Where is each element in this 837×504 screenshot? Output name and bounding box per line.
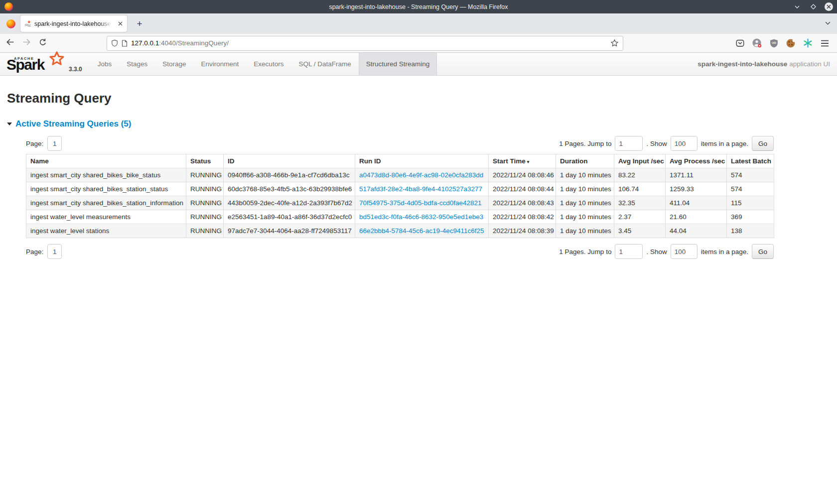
new-tab-button[interactable]: + xyxy=(133,18,146,29)
table-row: ingest water_level stations RUNNING 97ad… xyxy=(26,224,774,238)
header-avg-process[interactable]: Avg Process /sec xyxy=(666,154,727,168)
spark-favicon-icon xyxy=(24,20,31,27)
run-id-link[interactable]: 66e2bbb4-5784-45c6-ac19-4ec9411c6f25 xyxy=(359,227,484,235)
reload-icon[interactable] xyxy=(39,38,47,48)
cell-id: 443b0059-2dec-40fe-a12d-2a393f7b67d2 xyxy=(224,196,355,210)
jump-to-input[interactable] xyxy=(615,244,643,259)
application-ui-label: spark-ingest-into-lakehouse application … xyxy=(698,53,830,75)
url-host: 127.0.0.1 xyxy=(131,39,159,47)
page-label: Page: xyxy=(26,248,43,255)
cell-start-time: 2022/11/24 08:08:46 xyxy=(489,168,556,182)
cell-avg-input: 2.37 xyxy=(614,210,666,224)
header-start-time[interactable]: Start Time▾ xyxy=(489,154,556,168)
table-row: ingest smart_city shared_bikes_station_i… xyxy=(26,196,774,210)
cell-name: ingest water_level measurements xyxy=(26,210,186,224)
page-title: Streaming Query xyxy=(7,91,837,106)
run-id-link[interactable]: bd51ed3c-f0fa-46c6-8632-950e5ed1ebe3 xyxy=(359,213,483,221)
application-name: spark-ingest-into-lakehouse xyxy=(698,60,787,68)
window-minimize-icon[interactable] xyxy=(793,2,802,11)
items-suffix: items in a page. xyxy=(701,140,748,147)
jump-to-input[interactable] xyxy=(615,136,643,151)
page-content: Streaming Query Active Streaming Queries… xyxy=(0,76,837,259)
spark-nav-items: Jobs Stages Storage Environment Executor… xyxy=(90,53,437,75)
nav-tab-stages[interactable]: Stages xyxy=(119,53,155,75)
nav-tab-environment[interactable]: Environment xyxy=(194,53,247,75)
header-latest-batch[interactable]: Latest Batch xyxy=(727,154,774,168)
account-extension-icon[interactable] xyxy=(750,37,763,50)
url-text[interactable]: 127.0.0.1:4040/StreamingQuery/ xyxy=(131,39,607,47)
cell-avg-process: 44.04 xyxy=(666,224,727,238)
browser-toolbar: 127.0.0.1:4040/StreamingQuery/ UO xyxy=(0,34,837,53)
cell-duration: 1 day 10 minutes xyxy=(556,210,614,224)
cell-avg-process: 21.60 xyxy=(666,210,727,224)
browser-tab[interactable]: spark-ingest-into-lakehouse xyxy=(20,15,127,32)
pocket-icon[interactable] xyxy=(733,37,746,50)
forward-icon[interactable] xyxy=(22,38,31,48)
list-all-tabs-icon[interactable] xyxy=(825,19,831,28)
header-avg-input[interactable]: Avg Input /sec xyxy=(614,154,666,168)
cell-avg-input: 83.22 xyxy=(614,168,666,182)
cell-duration: 1 day 10 minutes xyxy=(556,224,614,238)
header-duration[interactable]: Duration xyxy=(556,154,614,168)
pages-summary: 1 Pages. Jump to xyxy=(559,140,611,147)
window-close-icon[interactable] xyxy=(825,2,833,11)
cell-id: 0940ff66-a308-466b-9e1a-cf7cd6dba13c xyxy=(224,168,355,182)
nav-tab-storage[interactable]: Storage xyxy=(155,53,193,75)
items-per-page-input[interactable] xyxy=(671,136,698,151)
header-status[interactable]: Status xyxy=(186,154,224,168)
cell-avg-process: 411.04 xyxy=(666,196,727,210)
run-id-link[interactable]: a0473d8d-80e6-4e9f-ac98-02e0cfa283dd xyxy=(359,171,483,179)
ublock-shield-icon[interactable]: UO xyxy=(767,37,780,50)
cell-run-id: a0473d8d-80e6-4e9f-ac98-02e0cfa283dd xyxy=(355,168,489,182)
menu-hamburger-icon[interactable] xyxy=(818,37,831,50)
url-bar[interactable]: 127.0.0.1:4040/StreamingQuery/ xyxy=(107,36,623,51)
cell-start-time: 2022/11/24 08:08:43 xyxy=(489,196,556,210)
cell-name: ingest smart_city shared_bikes_station_s… xyxy=(26,182,186,196)
spark-logo[interactable]: APACHE Spark xyxy=(6,53,67,75)
cell-status: RUNNING xyxy=(186,168,224,182)
items-suffix: items in a page. xyxy=(701,248,748,255)
firefox-view-icon[interactable] xyxy=(6,19,15,28)
cell-status: RUNNING xyxy=(186,224,224,238)
asterisk-extension-icon[interactable] xyxy=(801,37,814,50)
nav-tab-structured-streaming[interactable]: Structured Streaming xyxy=(359,53,437,75)
tab-bar: spark-ingest-into-lakehouse + xyxy=(0,13,837,34)
header-run-id[interactable]: Run ID xyxy=(355,154,489,168)
cell-avg-input: 32.35 xyxy=(614,196,666,210)
window-maximize-icon[interactable] xyxy=(809,2,818,11)
cell-duration: 1 day 10 minutes xyxy=(556,168,614,182)
cell-latest-batch: 574 xyxy=(727,168,774,182)
cell-latest-batch: 369 xyxy=(727,210,774,224)
tab-title: spark-ingest-into-lakehouse xyxy=(34,20,114,27)
nav-tab-executors[interactable]: Executors xyxy=(246,53,291,75)
page-number-input[interactable] xyxy=(47,136,62,151)
page-label: Page: xyxy=(26,140,43,147)
page-number-input[interactable] xyxy=(47,244,62,259)
cell-id: e2563451-1a89-40a1-a86f-36d37d2ecfc0 xyxy=(224,210,355,224)
nav-tab-sql-dataframe[interactable]: SQL / DataFrame xyxy=(291,53,358,75)
bookmark-star-icon[interactable] xyxy=(610,39,619,47)
svg-text:UO: UO xyxy=(772,41,776,44)
cell-run-id: 70f54975-375d-4d05-bdfa-ccd0fae42821 xyxy=(355,196,489,210)
nav-tab-jobs[interactable]: Jobs xyxy=(90,53,120,75)
go-button[interactable]: Go xyxy=(752,136,774,151)
header-id[interactable]: ID xyxy=(224,154,355,168)
run-id-link[interactable]: 70f54975-375d-4d05-bdfa-ccd0fae42821 xyxy=(359,199,481,207)
go-button[interactable]: Go xyxy=(752,244,774,259)
run-id-link[interactable]: 517afd3f-28e2-4ba8-9fe4-4102527a3277 xyxy=(359,185,482,193)
shield-icon[interactable] xyxy=(111,39,118,47)
back-icon[interactable] xyxy=(6,38,14,48)
header-name[interactable]: Name xyxy=(26,154,186,168)
active-queries-collapse-header[interactable]: Active Streaming Queries (5) xyxy=(7,119,837,129)
tab-close-icon[interactable] xyxy=(117,20,124,27)
cell-status: RUNNING xyxy=(186,196,224,210)
streaming-table-area: Page: 1 Pages. Jump to . Show items in a… xyxy=(26,136,774,259)
page-info-icon[interactable] xyxy=(122,40,128,47)
cookie-extension-icon[interactable] xyxy=(784,37,797,50)
cell-start-time: 2022/11/24 08:08:39 xyxy=(489,224,556,238)
items-per-page-input[interactable] xyxy=(671,244,698,259)
sort-desc-icon: ▾ xyxy=(527,159,530,164)
spark-logo-word: Spark xyxy=(6,56,44,73)
window-titlebar: spark-ingest-into-lakehouse - Streaming … xyxy=(0,0,837,13)
pagination-bottom: Page: 1 Pages. Jump to . Show items in a… xyxy=(26,244,774,259)
